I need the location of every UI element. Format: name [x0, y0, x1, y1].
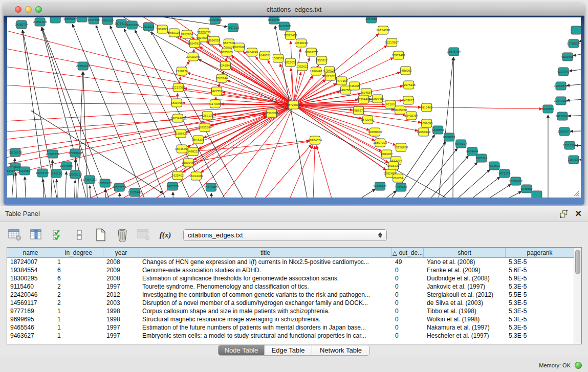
graph-node[interactable]: 2803144 [216, 74, 228, 82]
graph-node[interactable]: 1621022 [324, 72, 337, 80]
graph-node[interactable]: 10025458 [393, 106, 407, 114]
graph-node[interactable]: 10654112 [509, 177, 523, 185]
graph-node[interactable]: 1615132 [387, 162, 400, 170]
graph-node[interactable]: 1588520 [272, 54, 285, 62]
graph-node[interactable]: 9245652 [520, 185, 533, 193]
graph-edge[interactable] [90, 185, 92, 198]
graph-edge[interactable] [570, 130, 581, 132]
graph-node[interactable]: 19384554 [308, 136, 322, 144]
graph-edge[interactable] [443, 177, 500, 198]
graph-node[interactable]: 62160 [385, 100, 396, 108]
table-row[interactable]: 1872400712008Changes of HCN gene express… [7, 258, 574, 266]
column-header-short[interactable]: short [424, 248, 506, 257]
graph-node[interactable]: 16033809 [208, 17, 222, 24]
graph-node[interactable]: 8267130 [202, 112, 214, 120]
graph-edge[interactable] [420, 162, 477, 198]
graph-node[interactable]: 16648784 [447, 48, 461, 56]
graph-node[interactable]: 8878334 [192, 136, 205, 144]
graph-node[interactable]: 252254 [393, 174, 404, 182]
graph-node[interactable]: 16353594 [198, 123, 212, 132]
graph-edge[interactable] [50, 160, 53, 198]
graph-node[interactable]: 7632621 [488, 162, 500, 170]
graph-edge[interactable] [569, 68, 581, 71]
table-row[interactable]: 946554611997Estimation of the future num… [7, 323, 574, 332]
graph-node[interactable]: 2718176 [176, 67, 188, 75]
graph-node[interactable]: 16961758 [304, 48, 318, 56]
graph-node[interactable]: 15716485 [204, 183, 218, 191]
zoom-window-button[interactable] [35, 6, 42, 13]
graph-node[interactable]: 1640954 [432, 126, 444, 134]
float-window-icon[interactable] [560, 210, 568, 218]
graph-node[interactable]: 7485063 [400, 67, 412, 75]
graph-node[interactable]: 15892971 [558, 127, 572, 136]
graph-node[interactable]: 9463627 [402, 96, 415, 104]
resize-grip-icon[interactable] [573, 189, 580, 196]
graph-node[interactable] [571, 26, 581, 34]
close-window-button[interactable] [15, 6, 21, 13]
citation-network-graph[interactable]: 2405572420891406106552871527602646616010… [7, 17, 581, 198]
graph-node[interactable]: 24055724 [15, 20, 29, 29]
graph-node[interactable]: 16543912 [188, 39, 202, 48]
tab-network-table[interactable]: Network Table [312, 345, 369, 355]
graph-node[interactable]: 16782753 [113, 183, 126, 191]
graph-node[interactable]: 7986372 [353, 106, 365, 115]
graph-edge[interactable] [120, 193, 121, 198]
graph-edge[interactable] [568, 115, 581, 116]
graph-node[interactable]: 16210643 [556, 112, 570, 120]
graph-node[interactable]: 9146821 [259, 51, 271, 59]
memory-status-indicator[interactable] [575, 362, 582, 369]
graph-node[interactable]: 13756928 [394, 143, 408, 151]
graph-node[interactable]: 20364486 [357, 95, 371, 103]
graph-node[interactable]: 1810755 [171, 99, 183, 107]
graph-edge[interactable] [579, 36, 581, 41]
graph-node[interactable]: 16099484 [182, 159, 195, 167]
graph-node[interactable]: 13495754 [404, 112, 418, 120]
graph-node[interactable]: 9699695 [421, 119, 433, 127]
graph-edge[interactable] [279, 145, 313, 198]
graph-node[interactable]: 13342737 [36, 169, 50, 177]
graph-node[interactable]: 10807487 [371, 95, 384, 103]
graph-node[interactable]: 16914479 [189, 172, 203, 180]
graph-node[interactable]: 7963822 [157, 25, 169, 33]
tab-node-table[interactable]: Node Table [219, 345, 265, 355]
graph-node[interactable]: 9485779 [167, 182, 179, 190]
graph-node[interactable]: 25206059 [9, 148, 23, 157]
graph-node[interactable]: 10975887 [60, 162, 74, 170]
graph-node[interactable]: 1115689 [19, 167, 31, 175]
graph-node[interactable]: 1733426 [395, 183, 407, 191]
graph-node[interactable]: 7625402 [172, 171, 184, 180]
graph-node[interactable]: 10973493 [391, 51, 405, 59]
graph-edge[interactable] [15, 172, 17, 198]
graph-node[interactable]: 7857223 [227, 24, 239, 32]
graph-node[interactable]: 15751074 [567, 39, 581, 48]
graph-node[interactable]: 8471676 [498, 169, 511, 178]
function-builder-icon[interactable]: f(x) [158, 227, 173, 243]
table-row[interactable]: 1830029562008Estimation of significance … [7, 274, 574, 282]
graph-edge[interactable] [465, 191, 521, 198]
graph-node[interactable]: 1145190 [51, 169, 63, 178]
graph-node[interactable]: 17359928 [69, 149, 82, 157]
graph-edge[interactable] [25, 177, 27, 198]
graph-edge[interactable] [64, 171, 67, 198]
graph-node[interactable]: 15166825 [174, 129, 188, 138]
column-header-pagerank[interactable]: pagerank [506, 248, 574, 257]
table-row[interactable]: 1456911722003Disruption of a novel membe… [7, 299, 574, 307]
graph-edge[interactable] [7, 103, 293, 105]
graph-node[interactable]: 8215953 [542, 105, 554, 113]
graph-node[interactable]: 8454749 [246, 48, 258, 56]
graph-node[interactable]: 16154838 [376, 26, 390, 34]
graph-node[interactable]: 12975115 [402, 81, 416, 89]
graph-node[interactable]: 13640910 [294, 39, 308, 47]
graph-node[interactable]: 17016504 [563, 141, 577, 149]
graph-node[interactable]: 12505123 [69, 170, 82, 179]
network-canvas[interactable]: 2405572420891406106552871527602646616010… [7, 17, 581, 198]
table-row[interactable]: 2242004622012Investigating the contribut… [7, 291, 574, 299]
graph-node[interactable]: 19654985 [171, 114, 185, 122]
graph-node[interactable]: 10688609 [368, 128, 382, 136]
graph-node[interactable]: 746266 [350, 82, 360, 90]
network-table-select[interactable]: citations_edges.txt [183, 229, 387, 241]
tab-edge-table[interactable]: Edge Table [265, 345, 312, 355]
table-row[interactable]: 946362711997Embryonic stem cells: a mode… [7, 332, 574, 340]
graph-node[interactable]: 20206576 [46, 150, 60, 158]
graph-edge[interactable] [211, 193, 212, 198]
